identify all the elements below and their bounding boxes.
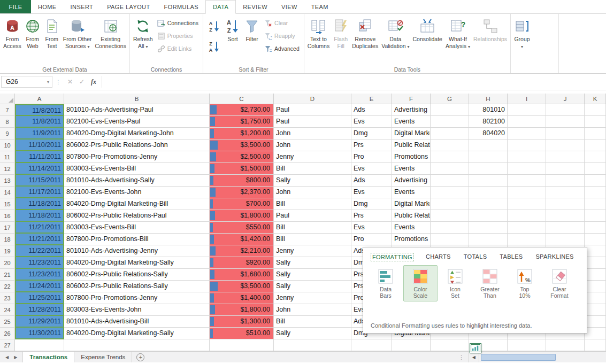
cell-H17[interactable] bbox=[469, 222, 508, 234]
cell-F7[interactable]: Advertising bbox=[392, 104, 431, 116]
row-header-19[interactable]: 19 bbox=[0, 245, 15, 257]
cell-I8[interactable] bbox=[508, 116, 546, 128]
row-header-21[interactable]: 21 bbox=[0, 269, 15, 281]
cell-K20[interactable] bbox=[585, 257, 606, 269]
column-header-G[interactable]: G bbox=[431, 94, 469, 104]
sort-button[interactable]: AZ Sort bbox=[223, 16, 242, 44]
connections-button[interactable]: Connections bbox=[156, 18, 200, 28]
remove-duplicates-button[interactable]: RemoveDuplicates bbox=[350, 16, 380, 51]
cell-D18[interactable]: Bill bbox=[274, 234, 351, 245]
cell-J12[interactable] bbox=[546, 163, 585, 175]
row-header-24[interactable]: 24 bbox=[0, 304, 15, 316]
cell-K21[interactable] bbox=[585, 269, 606, 281]
cell-B23[interactable]: 807800-Pro-Promotions-Jenny bbox=[64, 292, 210, 304]
row-header-10[interactable]: 10 bbox=[0, 140, 15, 151]
cell-F17[interactable]: Events bbox=[392, 222, 431, 234]
cell-G18[interactable] bbox=[431, 234, 469, 245]
cell-A15[interactable]: 11/18/2011 bbox=[15, 198, 64, 210]
cell-A11[interactable]: 11/11/2011 bbox=[15, 151, 64, 163]
select-all-corner[interactable] bbox=[0, 94, 15, 104]
enter-button[interactable]: ✓ bbox=[76, 78, 88, 86]
cell-G27[interactable] bbox=[431, 339, 469, 351]
cell-J17[interactable] bbox=[546, 222, 585, 234]
cell-J27[interactable] bbox=[546, 339, 585, 351]
cell-K18[interactable] bbox=[585, 234, 606, 245]
cell-B10[interactable]: 806002-Prs-Public Relations-John bbox=[64, 140, 210, 151]
cell-B19[interactable]: 801010-Ads-Advertising-Jenny bbox=[64, 245, 210, 257]
what-if-analysis-button[interactable]: ? What-IfAnalysis ▾ bbox=[444, 16, 472, 51]
cell-F9[interactable]: Digital Marketing bbox=[392, 128, 431, 140]
cell-D20[interactable]: Sally bbox=[274, 257, 351, 269]
cell-G12[interactable] bbox=[431, 163, 469, 175]
cell-E14[interactable]: Evs bbox=[351, 187, 392, 198]
column-header-K[interactable]: K bbox=[585, 94, 606, 104]
advanced-filter-button[interactable]: Advanced bbox=[263, 43, 301, 54]
cell-C11[interactable]: $2,500.00 bbox=[210, 151, 274, 163]
cell-D8[interactable]: Paul bbox=[274, 116, 351, 128]
add-sheet-button[interactable]: + bbox=[136, 353, 144, 361]
cell-J9[interactable] bbox=[546, 128, 585, 140]
cell-E13[interactable]: Ads bbox=[351, 175, 392, 187]
column-header-B[interactable]: B bbox=[64, 94, 210, 104]
cell-B25[interactable]: 801010-Ads-Advertising-Bill bbox=[64, 316, 210, 328]
name-box-caret-icon[interactable]: ▾ bbox=[47, 80, 49, 84]
cell-F11[interactable]: Promotions bbox=[392, 151, 431, 163]
cell-H7[interactable]: 801010 bbox=[469, 104, 508, 116]
cell-K27[interactable] bbox=[585, 339, 606, 351]
cell-K10[interactable] bbox=[585, 140, 606, 151]
cell-C10[interactable]: $3,500.00 bbox=[210, 140, 274, 151]
from-other-sources-button[interactable]: From OtherSources ▾ bbox=[62, 16, 94, 51]
column-header-H[interactable]: H bbox=[469, 94, 508, 104]
cell-J16[interactable] bbox=[546, 210, 585, 222]
cell-A26[interactable]: 11/30/2011 bbox=[15, 328, 64, 339]
row-header-11[interactable]: 11 bbox=[0, 151, 15, 163]
cell-E8[interactable]: Evs bbox=[351, 116, 392, 128]
cell-A8[interactable]: 11/8/2011 bbox=[15, 116, 64, 128]
cell-C17[interactable]: $550.00 bbox=[210, 222, 274, 234]
cell-K15[interactable] bbox=[585, 198, 606, 210]
formula-input[interactable] bbox=[102, 76, 606, 88]
cell-C19[interactable]: $2,210.00 bbox=[210, 245, 274, 257]
cell-F16[interactable]: Public Relations bbox=[392, 210, 431, 222]
cell-A23[interactable]: 11/25/2011 bbox=[15, 292, 64, 304]
cell-A24[interactable]: 11/28/2011 bbox=[15, 304, 64, 316]
qa-tile-greater-than[interactable]: GreaterThan bbox=[473, 265, 507, 301]
cell-D12[interactable]: Bill bbox=[274, 163, 351, 175]
cell-D13[interactable]: Sally bbox=[274, 175, 351, 187]
cell-B13[interactable]: 801010-Ads-Advertising-Sally bbox=[64, 175, 210, 187]
relationships-button[interactable]: Relationships bbox=[472, 16, 509, 44]
cell-I14[interactable] bbox=[508, 187, 546, 198]
column-header-J[interactable]: J bbox=[546, 94, 585, 104]
cell-H11[interactable] bbox=[469, 151, 508, 163]
horizontal-scrollbar-thumb[interactable] bbox=[481, 354, 556, 361]
cell-I17[interactable] bbox=[508, 222, 546, 234]
cell-G8[interactable] bbox=[431, 116, 469, 128]
cell-A12[interactable]: 11/14/2011 bbox=[15, 163, 64, 175]
cell-J8[interactable] bbox=[546, 116, 585, 128]
cell-K25[interactable] bbox=[585, 316, 606, 328]
row-header-20[interactable]: 20 bbox=[0, 257, 15, 269]
cell-A10[interactable]: 11/10/2011 bbox=[15, 140, 64, 151]
cell-A9[interactable]: 11/9/2011 bbox=[15, 128, 64, 140]
cell-G16[interactable] bbox=[431, 210, 469, 222]
cell-C20[interactable]: $920.00 bbox=[210, 257, 274, 269]
cell-B7[interactable]: 801010-Ads-Advertising-Paul bbox=[64, 104, 210, 116]
row-header-15[interactable]: 15 bbox=[0, 198, 15, 210]
column-header-A[interactable]: A bbox=[15, 94, 64, 104]
column-header-C[interactable]: C bbox=[210, 94, 274, 104]
edit-links-button[interactable]: Edit Links bbox=[156, 43, 200, 54]
cell-H14[interactable] bbox=[469, 187, 508, 198]
cell-C21[interactable]: $1,680.00 bbox=[210, 269, 274, 281]
cell-B20[interactable]: 804020-Dmg-Digital Marketing-Sally bbox=[64, 257, 210, 269]
cell-E10[interactable]: Prs bbox=[351, 140, 392, 151]
properties-button[interactable]: Properties bbox=[156, 30, 200, 41]
sort-descending-button[interactable]: ZA bbox=[206, 38, 222, 55]
cell-J15[interactable] bbox=[546, 198, 585, 210]
cell-B26[interactable]: 804020-Dmg-Digital Marketing-Sally bbox=[64, 328, 210, 339]
cell-G14[interactable] bbox=[431, 187, 469, 198]
cell-E16[interactable]: Prs bbox=[351, 210, 392, 222]
cell-B8[interactable]: 802100-Evs-Events-Paul bbox=[64, 116, 210, 128]
cell-B18[interactable]: 807800-Pro-Promotions-Bill bbox=[64, 234, 210, 245]
cell-D15[interactable]: Bill bbox=[274, 198, 351, 210]
cell-D11[interactable]: Jenny bbox=[274, 151, 351, 163]
